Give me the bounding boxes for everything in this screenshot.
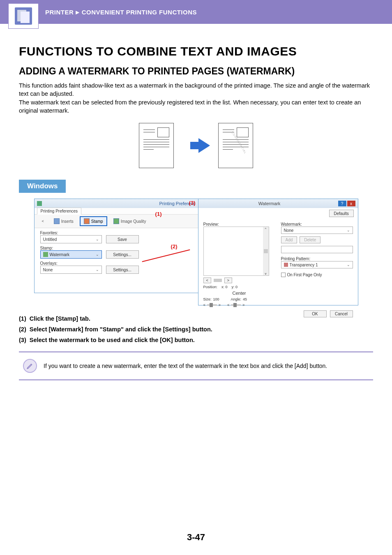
chevron-down-icon: ⌄: [347, 263, 350, 267]
watermark-label: Watermark:: [281, 222, 353, 227]
save-button[interactable]: Save: [106, 235, 139, 243]
breadcrumb-arrow: ►: [74, 9, 81, 16]
position-label: Position:: [203, 285, 218, 289]
diagram-after-page: CONFIDENTIAL: [218, 123, 253, 168]
scroll-thumb[interactable]: [264, 249, 268, 253]
delete-button[interactable]: Delete: [300, 236, 321, 243]
callout-1: (1): [155, 211, 162, 217]
diagram-before-page: [139, 123, 174, 168]
breadcrumb-section: PRINTER: [45, 9, 74, 16]
position-x: x: 0: [221, 285, 228, 289]
angle-inc[interactable]: >: [242, 303, 244, 307]
size-inc[interactable]: >: [219, 303, 221, 307]
screenshots-row: Printing Preferenc Printing Preferences …: [19, 199, 373, 305]
os-section-label: Windows: [19, 180, 66, 193]
watermark-icon: [43, 252, 48, 257]
dialog2-title: Watermark: [258, 201, 280, 206]
size-dec[interactable]: <: [203, 303, 205, 307]
arrow-right-icon: [198, 138, 210, 153]
defaults-button[interactable]: Defaults: [329, 210, 354, 217]
scroll-down-icon[interactable]: v: [265, 272, 267, 275]
angle-value: 45: [243, 297, 247, 301]
header-icon-container: [8, 3, 39, 29]
intro-text: This function adds faint shadow-like tex…: [19, 82, 373, 115]
size-slider[interactable]: [207, 304, 217, 306]
page-subtitle: ADDING A WATERMARK TO PRINTED PAGES (WAT…: [19, 66, 373, 77]
tab-prev-arrow[interactable]: <: [38, 217, 48, 225]
chevron-down-icon: ⌄: [347, 228, 350, 232]
tab-image-quality[interactable]: Image Quality: [110, 217, 150, 226]
pos-slider[interactable]: [214, 279, 222, 282]
first-page-label: On First Page Only: [287, 273, 322, 277]
size-value: 100: [213, 297, 219, 301]
preview-area: ^ v: [203, 227, 269, 276]
pos-left-button[interactable]: <: [203, 278, 211, 283]
breadcrumb: PRINTER►CONVENIENT PRINTING FUNCTIONS: [45, 9, 197, 16]
note-icon: [23, 359, 37, 373]
tab-printing-preferences[interactable]: Printing Preferences: [37, 208, 82, 215]
preview-scrollbar[interactable]: ^ v: [263, 227, 269, 275]
watermark-dialog: Watermark ? x Defaults Preview: ^ v: [198, 199, 358, 305]
image-quality-icon: [113, 218, 119, 224]
step-2: (2)Select [Watermark] from "Stamp" and c…: [19, 326, 373, 333]
watermark-text-input[interactable]: [281, 246, 353, 253]
angle-dec[interactable]: <: [227, 303, 229, 307]
header-bar: PRINTER►CONVENIENT PRINTING FUNCTIONS: [0, 0, 392, 24]
scroll-up-icon[interactable]: ^: [265, 227, 267, 231]
breadcrumb-subsection: CONVENIENT PRINTING FUNCTIONS: [82, 9, 197, 16]
ok-button[interactable]: OK: [304, 310, 327, 317]
step-3: (3)Select the watermark to be used and c…: [19, 337, 373, 343]
pattern-label: Printing Pattern:: [281, 257, 353, 261]
chevron-down-icon: ⌄: [96, 268, 99, 272]
center-button[interactable]: Center: [226, 290, 251, 296]
watermark-diagram: CONFIDENTIAL: [19, 123, 373, 168]
overlays-settings-button[interactable]: Settings...: [106, 266, 139, 274]
preview-label: Preview:: [203, 222, 275, 227]
angle-slider[interactable]: [231, 304, 241, 306]
pattern-icon: [284, 263, 288, 267]
pattern-dropdown[interactable]: Transparency 1⌄: [281, 261, 353, 268]
cancel-button[interactable]: Cancel: [330, 310, 353, 317]
note-box: If you want to create a new watermark, e…: [19, 352, 373, 380]
stamp-icon: [84, 218, 90, 224]
note-text: If you want to create a new watermark, e…: [44, 363, 327, 369]
position-y: y: 0: [232, 285, 238, 289]
overlays-label: Overlays:: [40, 261, 192, 266]
close-button[interactable]: x: [347, 201, 355, 206]
angle-label: Angle:: [231, 297, 242, 301]
dialog1-titlebar: Printing Preferenc: [35, 199, 198, 208]
callout-2: (2): [171, 243, 178, 250]
callout-3: (3): [189, 200, 196, 206]
dialog1-tabstrip: Printing Preferences: [35, 208, 198, 215]
dialog1-toolbar: < Inserts Stamp Image Quality: [35, 215, 198, 228]
intro-p1: This function adds faint shadow-like tex…: [19, 82, 373, 98]
size-label: Size:: [203, 297, 212, 301]
watermark-dropdown[interactable]: None⌄: [281, 227, 353, 234]
stamp-label: Stamp:: [40, 246, 192, 250]
tab-stamp[interactable]: Stamp: [80, 216, 107, 226]
printer-section-icon: [15, 7, 32, 25]
page-number: 3-47: [0, 532, 392, 543]
page-title: FUNCTIONS TO COMBINE TEXT AND IMAGES: [19, 44, 373, 58]
pos-right-button[interactable]: >: [224, 278, 232, 283]
chevron-down-icon: ⌄: [96, 237, 99, 241]
chevron-down-icon: ⌄: [96, 252, 99, 257]
first-page-checkbox[interactable]: [281, 273, 286, 277]
printer-icon: [37, 201, 42, 206]
favorites-dropdown[interactable]: Untitled⌄: [40, 235, 102, 243]
add-button[interactable]: Add: [281, 236, 297, 243]
dialog2-titlebar: Watermark ? x: [198, 199, 358, 208]
favorites-label: Favorites:: [40, 231, 192, 235]
intro-p2: The watermark text can be selected from …: [19, 99, 373, 115]
tab-inserts[interactable]: Inserts: [50, 217, 77, 226]
printing-preferences-dialog: Printing Preferenc Printing Preferences …: [34, 199, 198, 293]
inserts-icon: [54, 218, 60, 224]
stamp-settings-button[interactable]: Settings...: [106, 250, 139, 259]
help-button[interactable]: ?: [338, 201, 346, 206]
stamp-dropdown[interactable]: Watermark⌄: [40, 250, 102, 259]
overlays-dropdown[interactable]: None⌄: [40, 266, 102, 274]
